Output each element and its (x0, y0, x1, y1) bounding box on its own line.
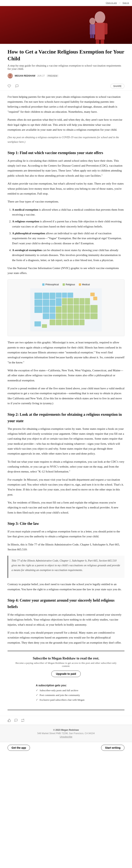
svg-rect-20 (62, 293, 67, 298)
list-item: A philosophical exemption allows an indi… (12, 231, 125, 246)
svg-point-8 (89, 18, 95, 25)
legend-medical: Medical (79, 283, 90, 286)
step1-heading: Step 1: Find out which vaccine exemption… (7, 150, 125, 156)
share-button[interactable]: SHARE (110, 84, 125, 89)
like-button[interactable] (7, 84, 12, 88)
sign-in-link[interactable]: Sign in (123, 1, 129, 4)
legend-philosophical: Philosophical (42, 283, 59, 286)
svg-rect-38 (68, 305, 73, 313)
svg-rect-42 (90, 305, 97, 313)
step4-p2: If you do this road, you should prepare … (7, 630, 125, 645)
list-item: A medical exemption is allowed when a ch… (12, 207, 125, 217)
us-map (30, 288, 102, 333)
svg-rect-17 (43, 293, 49, 299)
step3-law-title: In Illinois, this is Title 77 of the Ill… (7, 542, 125, 552)
benefit-item-3: ✓ Exclusive paid subscribers chat with M… (36, 698, 96, 702)
svg-rect-44 (50, 313, 55, 319)
svg-rect-1 (0, 6, 132, 44)
benefits-heading: A subscription gets you: (36, 684, 96, 687)
legend-philosophical-label: Philosophical (45, 283, 59, 286)
svg-rect-37 (62, 305, 67, 313)
svg-rect-47 (68, 313, 73, 319)
reactions-bar (0, 716, 132, 725)
article-date: JUN 27 (37, 74, 45, 77)
svg-rect-11 (92, 34, 94, 38)
svg-rect-29 (68, 298, 73, 305)
map-legend: Philosophical Religious Medical (11, 283, 121, 286)
religious-dot (62, 283, 65, 286)
like-reaction-button[interactable] (7, 719, 11, 722)
exemption-label-2: A religious exemption (12, 220, 39, 223)
comment-icon (15, 84, 19, 88)
five-states-text: With the exception of five states—Califo… (7, 368, 125, 383)
step2-p3: Yet, for residents of Illinois, you must… (7, 500, 125, 515)
intro-paragraph-2: Parents often do not question what they'… (7, 117, 125, 132)
footer-address: 548 Market Street PMB 72296, San Francis… (7, 732, 125, 735)
footer-section: © 2023 Megan Redshaw 548 Market Street P… (0, 725, 132, 742)
subscribe-description: Become a paying subscriber of Megan Reds… (11, 661, 121, 668)
svg-rect-58 (35, 321, 41, 327)
comment-reaction-icon (14, 719, 18, 722)
open-in-app-link[interactable]: Open in app (106, 1, 117, 4)
legend-religious: Religious (62, 283, 75, 286)
article-subtitle: A step-by-step guide for obtaining a vac… (7, 64, 125, 70)
comment-reaction-button[interactable] (14, 719, 18, 722)
svg-rect-45 (56, 313, 61, 319)
svg-rect-56 (74, 319, 79, 325)
italic-note: (See my post on obtaining a religious ex… (7, 135, 125, 144)
map-caption: There are two updates to this graphic: M… (7, 340, 125, 365)
list-item: A serological exemption can be obtained … (12, 248, 125, 262)
svg-rect-25 (43, 300, 49, 306)
exemption-label-1: A medical exemption (12, 208, 38, 211)
author-name: MEGAN REDSHAW (15, 74, 35, 77)
subscribe-heading: Subscribe to Megan Redshaw to read the r… (11, 656, 121, 660)
svg-rect-18 (50, 293, 55, 299)
check-icon-1: ✓ (36, 689, 38, 692)
svg-rect-27 (56, 298, 61, 306)
exemption-label-4: A serological exemption (12, 248, 42, 252)
svg-rect-30 (74, 298, 79, 305)
svg-rect-10 (90, 34, 92, 38)
legend-religious-label: Religious (66, 283, 75, 286)
top-bar: Open in app or Sign in (0, 0, 132, 6)
footer-unsubscribe[interactable]: Unsubscribe (7, 736, 125, 738)
svg-point-2 (95, 11, 105, 24)
step1-p1: A prevailing lie is circulating that chi… (7, 158, 125, 178)
svg-rect-26 (50, 300, 55, 306)
svg-rect-54 (62, 319, 67, 325)
comment-button[interactable] (15, 84, 19, 88)
check-icon-2: ✓ (36, 693, 38, 697)
step1-p3: There are four types of vaccine exemptio… (7, 199, 125, 204)
svg-rect-33 (35, 307, 42, 313)
step2-heading: Step 2: Look at the requirements for obt… (7, 411, 125, 424)
benefit-label-1: Subscriber-only posts and full archive (40, 689, 78, 692)
svg-rect-39 (74, 305, 79, 313)
svg-point-13 (9, 74, 11, 76)
restack-button[interactable] (21, 719, 25, 722)
svg-rect-51 (90, 313, 97, 319)
exemption-label-3: A philosophical exemption (12, 231, 45, 235)
svg-rect-31 (79, 298, 85, 305)
subscribe-section: Subscribe to Megan Redshaw to read the r… (7, 651, 125, 710)
step2-p1: The process for obtaining a religious ex… (7, 426, 125, 456)
svg-rect-43 (43, 313, 49, 319)
svg-rect-35 (50, 307, 55, 313)
intro-paragraph-1: I've been helping parents for the past t… (7, 94, 125, 114)
law-blockquote: Title 77 of the Illinois Administrative … (7, 556, 125, 578)
step1-p2: All states provide vaccine exemptions, b… (7, 181, 125, 196)
svg-rect-50 (85, 313, 90, 319)
step3-p1: If you must explain yourself on a religi… (7, 529, 125, 539)
medical-dot (79, 283, 81, 286)
svg-rect-36 (56, 307, 61, 313)
benefit-label-3: Exclusive paid subscribers chat with Meg… (40, 699, 85, 702)
list-item: A religious exemption is allowed if a pa… (12, 219, 125, 229)
svg-rect-40 (79, 305, 85, 313)
svg-rect-3 (95, 23, 105, 40)
subscription-benefits: A subscription gets you: ✓ Subscriber-on… (36, 684, 96, 702)
svg-rect-16 (35, 293, 42, 299)
hero-illustration (0, 6, 132, 44)
article-header: How to Get a Vaccine Religious Exemption… (0, 44, 132, 82)
get-app-button[interactable]: Get the app (7, 745, 30, 751)
upgrade-to-paid-button[interactable]: Upgrade to paid (51, 671, 81, 677)
start-writing-button[interactable]: Start writing (101, 745, 125, 751)
